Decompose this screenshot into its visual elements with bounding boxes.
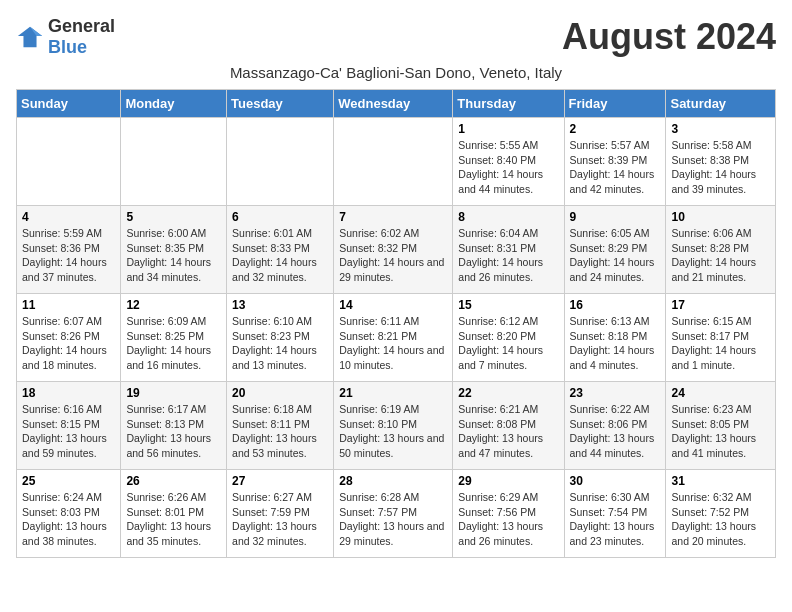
calendar-body: 1Sunrise: 5:55 AMSunset: 8:40 PMDaylight… [17, 118, 776, 558]
day-cell-31: 31Sunrise: 6:32 AMSunset: 7:52 PMDayligh… [666, 470, 776, 558]
day-cell-14: 14Sunrise: 6:11 AMSunset: 8:21 PMDayligh… [334, 294, 453, 382]
day-number: 26 [126, 474, 221, 488]
day-cell-25: 25Sunrise: 6:24 AMSunset: 8:03 PMDayligh… [17, 470, 121, 558]
week-row-2: 4Sunrise: 5:59 AMSunset: 8:36 PMDaylight… [17, 206, 776, 294]
day-info: Sunrise: 6:04 AMSunset: 8:31 PMDaylight:… [458, 226, 558, 285]
day-info: Sunrise: 6:21 AMSunset: 8:08 PMDaylight:… [458, 402, 558, 461]
day-number: 6 [232, 210, 328, 224]
day-header-sunday: Sunday [17, 90, 121, 118]
day-number: 19 [126, 386, 221, 400]
day-number: 14 [339, 298, 447, 312]
day-number: 18 [22, 386, 115, 400]
subtitle: Massanzago-Ca' Baglioni-San Dono, Veneto… [16, 64, 776, 81]
day-info: Sunrise: 5:59 AMSunset: 8:36 PMDaylight:… [22, 226, 115, 285]
day-number: 16 [570, 298, 661, 312]
day-number: 3 [671, 122, 770, 136]
day-number: 25 [22, 474, 115, 488]
empty-cell [227, 118, 334, 206]
day-cell-6: 6Sunrise: 6:01 AMSunset: 8:33 PMDaylight… [227, 206, 334, 294]
day-number: 11 [22, 298, 115, 312]
empty-cell [17, 118, 121, 206]
day-cell-10: 10Sunrise: 6:06 AMSunset: 8:28 PMDayligh… [666, 206, 776, 294]
day-cell-26: 26Sunrise: 6:26 AMSunset: 8:01 PMDayligh… [121, 470, 227, 558]
day-number: 28 [339, 474, 447, 488]
day-cell-16: 16Sunrise: 6:13 AMSunset: 8:18 PMDayligh… [564, 294, 666, 382]
day-info: Sunrise: 6:28 AMSunset: 7:57 PMDaylight:… [339, 490, 447, 549]
day-number: 5 [126, 210, 221, 224]
day-info: Sunrise: 6:01 AMSunset: 8:33 PMDaylight:… [232, 226, 328, 285]
day-header-friday: Friday [564, 90, 666, 118]
day-cell-5: 5Sunrise: 6:00 AMSunset: 8:35 PMDaylight… [121, 206, 227, 294]
day-cell-1: 1Sunrise: 5:55 AMSunset: 8:40 PMDaylight… [453, 118, 564, 206]
day-header-monday: Monday [121, 90, 227, 118]
day-header-wednesday: Wednesday [334, 90, 453, 118]
day-cell-27: 27Sunrise: 6:27 AMSunset: 7:59 PMDayligh… [227, 470, 334, 558]
day-header-thursday: Thursday [453, 90, 564, 118]
week-row-5: 25Sunrise: 6:24 AMSunset: 8:03 PMDayligh… [17, 470, 776, 558]
logo-text: General Blue [48, 16, 115, 58]
day-info: Sunrise: 6:13 AMSunset: 8:18 PMDaylight:… [570, 314, 661, 373]
day-info: Sunrise: 6:16 AMSunset: 8:15 PMDaylight:… [22, 402, 115, 461]
day-number: 9 [570, 210, 661, 224]
empty-cell [334, 118, 453, 206]
day-info: Sunrise: 6:11 AMSunset: 8:21 PMDaylight:… [339, 314, 447, 373]
week-row-3: 11Sunrise: 6:07 AMSunset: 8:26 PMDayligh… [17, 294, 776, 382]
day-cell-18: 18Sunrise: 6:16 AMSunset: 8:15 PMDayligh… [17, 382, 121, 470]
svg-marker-0 [18, 27, 42, 48]
day-info: Sunrise: 5:58 AMSunset: 8:38 PMDaylight:… [671, 138, 770, 197]
day-info: Sunrise: 5:57 AMSunset: 8:39 PMDaylight:… [570, 138, 661, 197]
day-number: 10 [671, 210, 770, 224]
day-number: 8 [458, 210, 558, 224]
logo-bird-icon [16, 23, 44, 51]
day-number: 20 [232, 386, 328, 400]
day-info: Sunrise: 6:07 AMSunset: 8:26 PMDaylight:… [22, 314, 115, 373]
day-number: 15 [458, 298, 558, 312]
logo-general: General [48, 16, 115, 36]
logo-blue: Blue [48, 37, 87, 57]
day-info: Sunrise: 6:29 AMSunset: 7:56 PMDaylight:… [458, 490, 558, 549]
week-row-4: 18Sunrise: 6:16 AMSunset: 8:15 PMDayligh… [17, 382, 776, 470]
day-cell-8: 8Sunrise: 6:04 AMSunset: 8:31 PMDaylight… [453, 206, 564, 294]
day-info: Sunrise: 6:17 AMSunset: 8:13 PMDaylight:… [126, 402, 221, 461]
day-cell-2: 2Sunrise: 5:57 AMSunset: 8:39 PMDaylight… [564, 118, 666, 206]
day-cell-7: 7Sunrise: 6:02 AMSunset: 8:32 PMDaylight… [334, 206, 453, 294]
day-number: 21 [339, 386, 447, 400]
day-cell-21: 21Sunrise: 6:19 AMSunset: 8:10 PMDayligh… [334, 382, 453, 470]
day-cell-12: 12Sunrise: 6:09 AMSunset: 8:25 PMDayligh… [121, 294, 227, 382]
day-info: Sunrise: 6:05 AMSunset: 8:29 PMDaylight:… [570, 226, 661, 285]
day-header-tuesday: Tuesday [227, 90, 334, 118]
day-info: Sunrise: 6:12 AMSunset: 8:20 PMDaylight:… [458, 314, 558, 373]
day-cell-17: 17Sunrise: 6:15 AMSunset: 8:17 PMDayligh… [666, 294, 776, 382]
empty-cell [121, 118, 227, 206]
calendar-table: SundayMondayTuesdayWednesdayThursdayFrid… [16, 89, 776, 558]
day-number: 23 [570, 386, 661, 400]
day-info: Sunrise: 6:22 AMSunset: 8:06 PMDaylight:… [570, 402, 661, 461]
day-info: Sunrise: 6:26 AMSunset: 8:01 PMDaylight:… [126, 490, 221, 549]
day-number: 12 [126, 298, 221, 312]
day-info: Sunrise: 6:32 AMSunset: 7:52 PMDaylight:… [671, 490, 770, 549]
day-info: Sunrise: 6:23 AMSunset: 8:05 PMDaylight:… [671, 402, 770, 461]
day-info: Sunrise: 6:06 AMSunset: 8:28 PMDaylight:… [671, 226, 770, 285]
day-number: 2 [570, 122, 661, 136]
day-number: 31 [671, 474, 770, 488]
day-number: 22 [458, 386, 558, 400]
day-info: Sunrise: 6:30 AMSunset: 7:54 PMDaylight:… [570, 490, 661, 549]
day-cell-28: 28Sunrise: 6:28 AMSunset: 7:57 PMDayligh… [334, 470, 453, 558]
day-info: Sunrise: 6:24 AMSunset: 8:03 PMDaylight:… [22, 490, 115, 549]
day-cell-22: 22Sunrise: 6:21 AMSunset: 8:08 PMDayligh… [453, 382, 564, 470]
day-cell-24: 24Sunrise: 6:23 AMSunset: 8:05 PMDayligh… [666, 382, 776, 470]
day-cell-4: 4Sunrise: 5:59 AMSunset: 8:36 PMDaylight… [17, 206, 121, 294]
day-cell-23: 23Sunrise: 6:22 AMSunset: 8:06 PMDayligh… [564, 382, 666, 470]
days-header-row: SundayMondayTuesdayWednesdayThursdayFrid… [17, 90, 776, 118]
day-info: Sunrise: 5:55 AMSunset: 8:40 PMDaylight:… [458, 138, 558, 197]
logo: General Blue [16, 16, 115, 58]
day-cell-15: 15Sunrise: 6:12 AMSunset: 8:20 PMDayligh… [453, 294, 564, 382]
day-info: Sunrise: 6:15 AMSunset: 8:17 PMDaylight:… [671, 314, 770, 373]
day-cell-29: 29Sunrise: 6:29 AMSunset: 7:56 PMDayligh… [453, 470, 564, 558]
day-number: 27 [232, 474, 328, 488]
day-info: Sunrise: 6:27 AMSunset: 7:59 PMDaylight:… [232, 490, 328, 549]
day-cell-13: 13Sunrise: 6:10 AMSunset: 8:23 PMDayligh… [227, 294, 334, 382]
day-number: 13 [232, 298, 328, 312]
month-title: August 2024 [562, 16, 776, 58]
day-header-saturday: Saturday [666, 90, 776, 118]
